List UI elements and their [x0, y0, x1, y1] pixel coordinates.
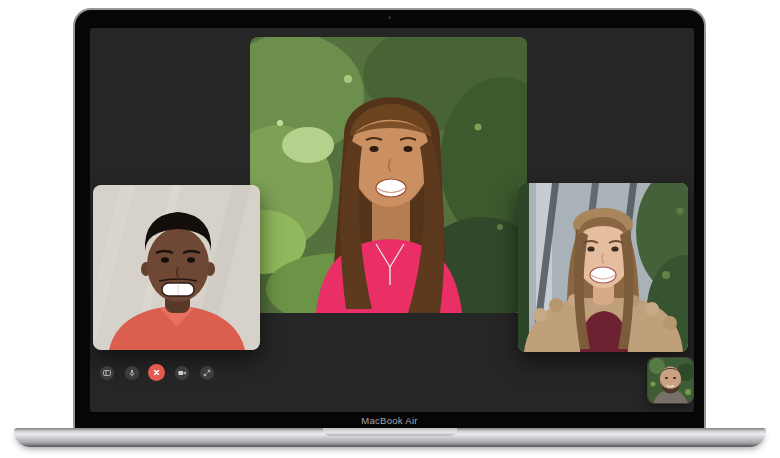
macbook-lid: MacBook Air — [73, 8, 706, 428]
participant-right-video — [518, 183, 688, 352]
fullscreen-icon — [202, 368, 212, 378]
video-tile-left[interactable] — [93, 185, 260, 350]
mute-button[interactable] — [125, 366, 139, 380]
facetime-window — [90, 28, 694, 412]
device-label: MacBook Air — [75, 415, 704, 426]
video-tile-right[interactable] — [518, 183, 688, 352]
sidebar-toggle-button[interactable] — [100, 366, 114, 380]
participant-left-video — [93, 185, 260, 350]
microphone-icon — [127, 368, 137, 378]
webcam-icon — [388, 16, 391, 19]
participant-center-video — [250, 37, 527, 313]
video-camera-icon — [177, 368, 187, 378]
video-tile-center[interactable] — [250, 37, 527, 313]
self-view-video — [648, 358, 693, 403]
sidebar-icon — [102, 368, 112, 378]
video-tile-self[interactable] — [648, 358, 693, 403]
end-call-button[interactable] — [148, 364, 165, 381]
macbook-facetime-screenshot: MacBook Air — [0, 0, 780, 458]
macbook-base — [14, 428, 766, 447]
fullscreen-button[interactable] — [200, 366, 214, 380]
close-icon — [151, 367, 162, 378]
hinge-notch — [323, 428, 457, 436]
camera-toggle-button[interactable] — [175, 366, 189, 380]
